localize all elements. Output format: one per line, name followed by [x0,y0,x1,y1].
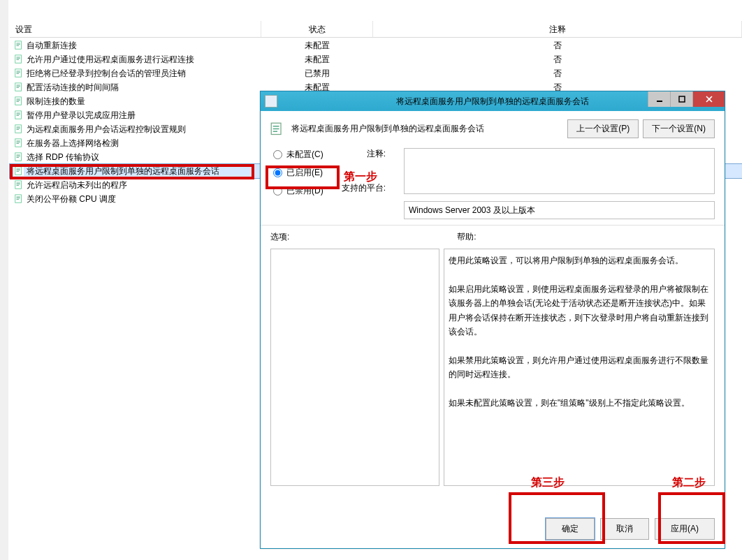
svg-rect-7 [17,59,20,60]
help-p3: 如果禁用此策略设置，则允许用户通过使用远程桌面服务进行不限数量的同时远程连接。 [449,353,710,382]
list-item-name: 限制连接的数量 [27,94,85,108]
radio-disabled-input[interactable] [273,186,282,196]
titlebar[interactable]: 将远程桌面服务用户限制到单独的远程桌面服务会话 [261,91,725,111]
help-p1: 使用此策略设置，可以将用户限制到单独的远程桌面服务会话。 [449,253,710,267]
policy-item-icon [14,110,24,120]
svg-rect-10 [17,72,20,73]
list-item-name: 配置活动连接的时间间隔 [27,80,119,94]
list-item-name: 拒绝将已经登录到控制台会话的管理员注销 [27,66,186,80]
list-item-state: 未配置 [261,38,373,52]
help-p4: 如果未配置此策略设置，则在"组策略"级别上不指定此策略设置。 [449,396,710,410]
header-comment[interactable]: 注释 [373,21,742,37]
list-item-name: 为远程桌面服务用户会话远程控制设置规则 [27,122,186,136]
svg-rect-1 [17,43,20,44]
svg-rect-9 [17,71,20,72]
svg-rect-22 [17,114,20,115]
prev-setting-button[interactable]: 上一个设置(P) [567,119,639,138]
svg-rect-6 [17,58,20,59]
svg-rect-37 [17,169,20,170]
next-setting-button[interactable]: 下一个设置(N) [643,119,715,138]
list-item-name: 允许用户通过使用远程桌面服务进行远程连接 [27,52,194,66]
svg-rect-8 [15,69,22,77]
svg-rect-36 [15,167,22,175]
svg-rect-4 [15,55,22,63]
svg-rect-39 [17,171,20,172]
svg-rect-25 [17,127,20,128]
comment-label: 注释: [342,148,386,160]
list-item-name: 将远程桌面服务用户限制到单独的远程桌面服务会话 [27,164,219,178]
svg-rect-44 [15,195,22,202]
radio-disabled[interactable]: 已禁用(D) [273,184,323,197]
list-header: 设置 状态 注释 [10,21,742,38]
svg-rect-48 [657,101,662,102]
svg-rect-12 [15,83,22,91]
svg-rect-30 [17,142,20,142]
help-pane: 使用此策略设置，可以将用户限制到单独的远程桌面服务会话。 如果启用此策略设置，则… [444,249,715,486]
svg-rect-23 [17,115,20,116]
cancel-button[interactable]: 取消 [600,518,649,540]
radio-enabled-input[interactable] [273,168,282,177]
policy-name-label: 将远程桌面服务用户限制到单独的远程桌面服务会话 [291,123,484,135]
svg-rect-35 [17,157,20,158]
policy-item-icon [14,138,24,148]
apply-button[interactable]: 应用(A) [655,518,715,540]
policy-dialog: 将远程桌面服务用户限制到单独的远程桌面服务会话 将远程桌面服务用户限制到单独的远… [260,91,725,549]
policy-item-icon [14,54,24,64]
list-item[interactable]: 允许用户通过使用远程桌面服务进行远程连接未配置否 [10,52,742,66]
svg-rect-53 [273,126,279,127]
options-pane[interactable] [270,249,439,486]
svg-rect-43 [17,185,20,186]
svg-rect-20 [15,111,22,119]
list-item[interactable]: 拒绝将已经登录到控制台会话的管理员注销已禁用否 [10,66,742,80]
svg-rect-18 [17,100,20,101]
svg-rect-45 [17,197,20,198]
svg-rect-29 [17,141,20,142]
policy-item-icon [14,40,24,50]
list-item-state: 未配置 [261,52,373,66]
svg-rect-33 [17,155,20,156]
svg-rect-40 [15,181,22,189]
list-item-name: 暂停用户登录以完成应用注册 [27,108,136,122]
svg-rect-34 [17,156,20,156]
svg-rect-0 [15,41,22,49]
radio-enabled[interactable]: 已启用(E) [273,166,323,179]
list-item-name: 选择 RDP 传输协议 [27,150,99,164]
policy-item-icon [14,166,24,176]
policy-item-icon [14,180,24,190]
ok-button[interactable]: 确定 [546,518,595,540]
list-item[interactable]: 自动重新连接未配置否 [10,38,742,52]
svg-rect-3 [17,45,20,46]
maximize-button[interactable] [670,91,692,107]
options-label: 选项: [270,231,289,243]
svg-rect-41 [17,183,20,184]
policy-item-icon [14,68,24,78]
svg-rect-11 [17,73,20,74]
policy-item-icon [14,124,24,134]
help-label: 帮助: [457,231,476,243]
svg-rect-13 [17,85,20,86]
radio-not-configured-input[interactable] [273,150,282,159]
policy-item-icon [14,96,24,106]
list-item-comment: 否 [373,38,742,52]
platform-label: 支持的平台: [342,182,386,194]
radio-disabled-label: 已禁用(D) [286,185,323,197]
close-button[interactable] [692,91,725,107]
minimize-button[interactable] [648,91,670,107]
help-p2: 如果启用此策略设置，则使用远程桌面服务远程登录的用户将被限制在该服务器上的单独会… [449,282,710,339]
svg-rect-24 [15,125,22,133]
list-item-name: 在服务器上选择网络检测 [27,136,119,150]
svg-rect-28 [15,139,22,147]
svg-rect-46 [17,198,20,198]
list-item-comment: 否 [373,52,742,66]
header-name[interactable]: 设置 [10,21,261,37]
sidebar-left-border [0,0,8,560]
svg-rect-5 [17,57,20,58]
list-item-comment: 否 [373,66,742,80]
svg-rect-47 [17,199,20,200]
header-state[interactable]: 状态 [261,21,373,37]
svg-rect-49 [679,96,685,102]
radio-not-configured[interactable]: 未配置(C) [273,148,323,161]
svg-rect-27 [17,129,20,130]
svg-rect-2 [17,44,20,45]
comment-textarea[interactable] [404,148,715,194]
